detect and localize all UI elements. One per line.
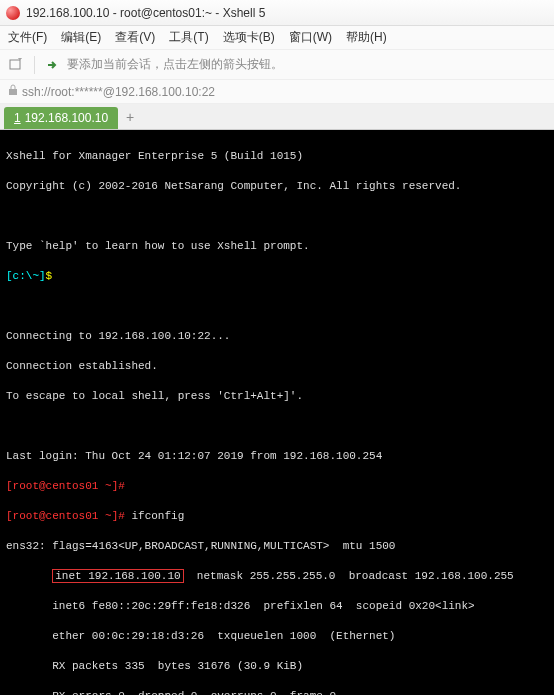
highlighted-ip: inet 192.168.100.10	[52, 569, 183, 583]
ens-inet6-line: inet6 fe80::20c:29ff:fe18:d326 prefixlen…	[6, 599, 548, 614]
local-prompt-line: [c:\~]$	[6, 269, 548, 284]
svg-rect-3	[9, 89, 17, 95]
banner-line: Xshell for Xmanager Enterprise 5 (Build …	[6, 149, 548, 164]
established-line: Connection established.	[6, 359, 548, 374]
menu-file[interactable]: 文件(F)	[8, 29, 47, 46]
app-icon	[6, 6, 20, 20]
menu-tools[interactable]: 工具(T)	[169, 29, 208, 46]
ens-header: ens32: flags=4163<UP,BROADCAST,RUNNING,M…	[6, 539, 548, 554]
new-session-icon[interactable]	[8, 57, 24, 73]
menu-tabs[interactable]: 选项卡(B)	[223, 29, 275, 46]
address-bar: ssh://root:******@192.168.100.10:22	[0, 80, 554, 104]
tab-index: 1	[14, 111, 21, 125]
menu-help[interactable]: 帮助(H)	[346, 29, 387, 46]
prompt-cmd-line: [root@centos01 ~]# ifconfig	[6, 509, 548, 524]
prompt-line: [root@centos01 ~]#	[6, 479, 548, 494]
ens-inet-line: inet 192.168.100.10 netmask 255.255.255.…	[6, 569, 548, 584]
tab-add-button[interactable]: +	[118, 105, 142, 129]
lastlogin-line: Last login: Thu Oct 24 01:12:07 2019 fro…	[6, 449, 548, 464]
copyright-line: Copyright (c) 2002-2016 NetSarang Comput…	[6, 179, 548, 194]
blank-line	[6, 209, 548, 224]
blank-line	[6, 299, 548, 314]
svg-rect-0	[10, 60, 20, 69]
ens-rxerr-line: RX errors 0 dropped 0 overruns 0 frame 0	[6, 689, 548, 695]
ens-ether-line: ether 00:0c:29:18:d3:26 txqueuelen 1000 …	[6, 629, 548, 644]
tab-bar: 1 192.168.100.10 +	[0, 104, 554, 130]
connecting-line: Connecting to 192.168.100.10:22...	[6, 329, 548, 344]
tab-label: 192.168.100.10	[25, 111, 108, 125]
help-line: Type `help' to learn how to use Xshell p…	[6, 239, 548, 254]
menu-window[interactable]: 窗口(W)	[289, 29, 332, 46]
terminal[interactable]: Xshell for Xmanager Enterprise 5 (Build …	[0, 130, 554, 695]
lock-icon	[8, 84, 18, 99]
ssh-address[interactable]: ssh://root:******@192.168.100.10:22	[22, 85, 215, 99]
menubar: 文件(F) 编辑(E) 查看(V) 工具(T) 选项卡(B) 窗口(W) 帮助(…	[0, 26, 554, 50]
toolbar-tip: 要添加当前会话，点击左侧的箭头按钮。	[67, 56, 283, 73]
titlebar: 192.168.100.10 - root@centos01:~ - Xshel…	[0, 0, 554, 26]
window-title: 192.168.100.10 - root@centos01:~ - Xshel…	[26, 6, 265, 20]
menu-view[interactable]: 查看(V)	[115, 29, 155, 46]
session-tab[interactable]: 1 192.168.100.10	[4, 107, 118, 129]
ens-rx-line: RX packets 335 bytes 31676 (30.9 KiB)	[6, 659, 548, 674]
toolbar: 要添加当前会话，点击左侧的箭头按钮。	[0, 50, 554, 80]
menu-edit[interactable]: 编辑(E)	[61, 29, 101, 46]
blank-line	[6, 419, 548, 434]
toolbar-separator	[34, 56, 35, 74]
add-arrow-icon[interactable]	[45, 57, 61, 73]
escape-line: To escape to local shell, press 'Ctrl+Al…	[6, 389, 548, 404]
